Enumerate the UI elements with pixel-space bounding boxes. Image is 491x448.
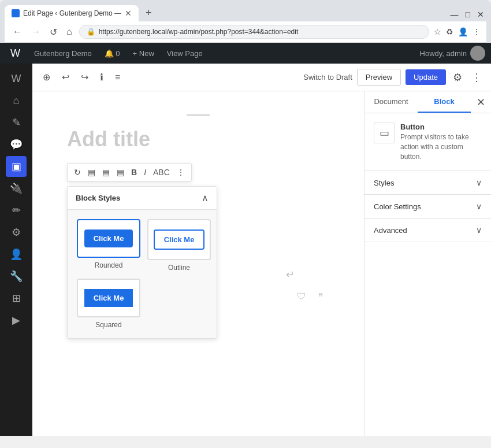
block-name: Button [400,123,482,131]
preview-button[interactable]: Preview [357,69,401,86]
editor-content-area: Add title ↻ ▤ ▤ ▤ B I ABC ⋮ [32,91,491,436]
sidebar-icon-media[interactable]: ⊞ [6,288,27,309]
style-option-squared[interactable]: Click Me Squared [77,279,140,329]
section-color-settings[interactable]: Color Settings ∨ [364,195,491,219]
block-icon: ▭ [374,123,395,143]
section-advanced[interactable]: Advanced ∨ [364,219,491,242]
sidebar-icon-appearance[interactable]: 🔌 [6,178,27,199]
squared-button[interactable]: Click Me [84,289,133,307]
bookmark-button[interactable]: ☆ [434,27,441,36]
update-button[interactable]: Update [406,69,446,85]
styles-chevron-icon: ∨ [476,178,482,187]
sidebar-icon-tools[interactable]: ✏ [6,200,27,221]
strikethrough-button[interactable]: ABC [150,166,173,179]
section-color-settings-title: Color Settings [374,202,421,211]
switch-to-draft-button[interactable]: Switch to Draft [303,73,352,82]
admin-bar-site[interactable]: Gutenberg Demo [31,49,95,58]
align-right-button[interactable]: ▤ [114,166,127,179]
style-option-rounded[interactable]: Click Me Rounded [77,219,140,272]
block-info: ▭ Button Prompt visitors to take action … [364,113,491,171]
admin-bar-new[interactable]: + New [129,49,158,58]
style-option-outline[interactable]: Click Me Outline [147,219,211,272]
section-styles-header[interactable]: Styles ∨ [364,171,491,194]
section-color-settings-header[interactable]: Color Settings ∨ [364,195,491,218]
tab-bar: Edit Page ‹ Gutenberg Demo — ✕ + [5,5,157,21]
admin-bar-view[interactable]: View Page [163,49,206,58]
close-tab-button[interactable]: ✕ [125,9,132,18]
extensions-button[interactable]: ♻ [446,27,453,36]
advanced-chevron-icon: ∨ [476,225,482,235]
italic-button[interactable]: I [141,166,149,179]
redo-button[interactable]: ↪ [77,69,92,85]
info-button[interactable]: ℹ [96,69,107,85]
outline-label: Outline [168,264,190,272]
toolbar-right: Switch to Draft Preview Update ⚙ ⋮ [303,69,484,86]
align-left-button[interactable]: ▤ [85,166,98,179]
more-options-button[interactable]: ⋮ [469,69,484,86]
sidebar-icon-settings[interactable]: ⚙ [6,222,27,243]
sidebar-icon-wp[interactable]: W [6,68,27,89]
admin-bar: W Gutenberg Demo 🔔 0 + New View Page How… [0,43,491,64]
squared-option-inner: Click Me [77,279,140,317]
url-text: https://gutenberg.local/wp-admin/post.ph… [99,28,299,36]
block-styles-panel: Block Styles ∧ Click Me Rounded [67,186,217,339]
wp-logo-button[interactable]: W [6,47,25,60]
block-nav-button[interactable]: ≡ [111,70,124,85]
sidebar-icon-posts[interactable]: ✎ [6,112,27,133]
section-advanced-header[interactable]: Advanced ∨ [364,219,491,242]
lock-icon: 🔒 [87,28,95,36]
return-icon: ↵ [286,268,295,281]
forward-button[interactable]: → [29,25,43,38]
close-button[interactable]: ✕ [477,10,484,19]
reload-button[interactable]: ↺ [47,25,59,39]
tab-document[interactable]: Document [364,91,418,113]
outline-button[interactable]: Click Me [154,229,205,250]
sidebar-icon-home[interactable]: ⌂ [6,90,27,111]
panel-close-button[interactable]: ✕ [471,91,491,113]
page-title[interactable]: Add title [67,127,329,151]
shield-icon: 🛡 [297,291,306,302]
rounded-option-inner: Click Me [77,219,140,258]
tab-block[interactable]: Block [418,91,471,113]
rounded-label: Rounded [95,261,123,269]
active-tab[interactable]: Edit Page ‹ Gutenberg Demo — ✕ [5,5,139,21]
block-info-row: ▭ Button Prompt visitors to take action … [374,123,482,161]
squared-label: Squared [95,321,121,329]
panel-collapse-button[interactable]: ∧ [202,192,209,203]
undo-button[interactable]: ↩ [58,69,73,85]
section-styles[interactable]: Styles ∨ [364,171,491,195]
settings-gear-button[interactable]: ⚙ [451,69,464,86]
address-bar[interactable]: 🔒 https://gutenberg.local/wp-admin/post.… [79,25,429,39]
outline-option-inner: Click Me [147,219,211,260]
minimize-button[interactable]: — [451,10,459,19]
profile-button[interactable]: 👤 [458,27,468,36]
back-button[interactable]: ← [10,25,24,38]
left-sidebar: W ⌂ ✎ 💬 ▣ 🔌 ✏ ⚙ 👤 🔧 ⊞ ▶ [0,64,32,436]
sidebar-icon-more[interactable]: ▶ [6,310,27,331]
quote-icon: ❞ [318,291,323,302]
editor-canvas[interactable]: Add title ↻ ▤ ▤ ▤ B I ABC ⋮ [32,91,364,436]
styles-grid: Click Me Rounded Click Me Outline [68,210,217,338]
add-block-button[interactable]: ⊕ [39,69,54,85]
wp-admin: W Gutenberg Demo 🔔 0 + New View Page How… [0,43,491,436]
sidebar-icon-users[interactable]: 👤 [6,244,27,265]
color-settings-chevron-icon: ∨ [476,202,482,211]
sidebar-icon-plugins[interactable]: 🔧 [6,266,27,287]
transform-block-button[interactable]: ↻ [71,166,84,179]
sidebar-icon-comments[interactable]: 💬 [6,134,27,155]
new-tab-button[interactable]: + [141,5,157,21]
panel-tabs: Document Block ✕ [364,91,491,113]
align-center-button[interactable]: ▤ [99,166,113,179]
editor-divider [187,114,210,116]
section-advanced-title: Advanced [374,226,407,235]
home-nav-button[interactable]: ⌂ [64,25,75,38]
admin-bar-comments[interactable]: 🔔 0 [101,49,124,58]
section-styles-title: Styles [374,179,394,187]
maximize-button[interactable]: □ [466,10,470,19]
window-controls: — □ ✕ [451,10,486,21]
bold-button[interactable]: B [128,166,140,179]
menu-button[interactable]: ⋮ [473,27,481,36]
rounded-button[interactable]: Click Me [84,229,133,247]
sidebar-icon-pages[interactable]: ▣ [6,156,27,177]
more-block-options[interactable]: ⋮ [174,166,188,179]
